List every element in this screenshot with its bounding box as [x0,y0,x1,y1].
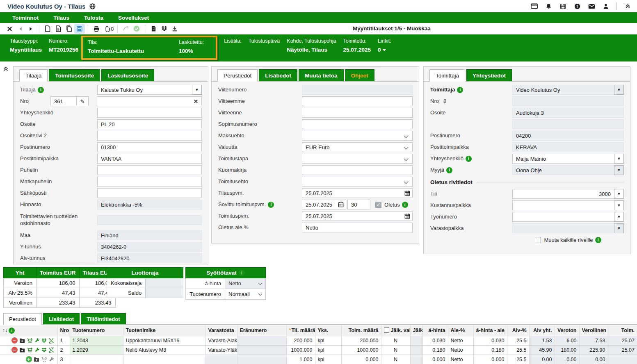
invoice-icon[interactable] [148,24,159,34]
tuotenumero-mode-select[interactable]: Normaali [225,289,265,299]
toimittaja-dropdown-button[interactable]: ▼ [614,85,624,95]
cell-tuotenimike[interactable] [123,355,205,364]
tab-yhteystiedot[interactable]: Yhteystiedot [466,69,512,81]
muuta-kaikille-riveille-checkbox[interactable] [535,237,541,243]
remove-line-icon[interactable]: − [11,347,18,353]
copy-document-icon[interactable] [64,24,74,34]
cell-til-määrä[interactable]: 200.000 [286,336,315,345]
tab-lisatiedot[interactable]: Lisätiedot [259,69,297,81]
dropbox-line-icon[interactable] [41,348,47,353]
cell-varastosta[interactable]: Varasto-Alake [205,336,237,345]
cell-alv[interactable]: 25.5 [507,345,529,355]
tab-muuta-tietoa[interactable]: Muuta tietoa [299,69,344,81]
menu-toiminnot[interactable]: Toiminnot [8,15,49,21]
työnumero-combo-value[interactable] [512,212,614,222]
cell-jälk-val[interactable]: N [381,336,410,345]
print-icon[interactable] [91,24,102,34]
cell-jälk-val[interactable]: N [381,345,410,355]
dropbox-line-icon[interactable] [41,338,47,343]
matkapuhelin-input[interactable] [97,177,202,187]
cell-ale[interactable]: Netto [448,355,473,364]
tilaaja-dropdown-button[interactable]: ▼ [192,85,202,95]
cell-til-määrä[interactable]: 1000.000 [286,345,315,355]
menu-sovellukset[interactable]: Sovellukset [114,15,160,21]
sopimusnumero-input[interactable] [302,119,413,129]
cell-alv[interactable]: 25.5 [507,355,529,364]
save-icon[interactable] [74,24,85,34]
oletus-checkbox[interactable]: ✓ [375,202,381,208]
postinumero-input[interactable]: 01300 [97,142,202,152]
calendar-icon[interactable] [402,188,413,198]
menu-tulosta[interactable]: Tulosta [80,15,114,21]
sähköposti-input[interactable] [97,188,202,198]
tab-laskutusosoite[interactable]: Laskutusosoite [101,69,154,81]
tab-lines-tiliointitiedot[interactable]: Tiliöintitiedot [81,313,126,324]
cell-yks[interactable]: kpl [315,336,341,345]
tab-lines-lisatiedot[interactable]: Lisätiedot [43,313,80,324]
cell-hinta[interactable]: 0.180 [422,345,448,355]
cell-toim-määrä[interactable]: 0.000 [341,355,381,364]
window-icon[interactable] [530,3,538,9]
cell-tuotenumero[interactable] [70,355,123,364]
unlink-line-icon[interactable] [48,338,54,344]
duplicate-line-icon[interactable] [34,357,39,362]
info-icon[interactable]: i [466,156,472,162]
calendar-icon[interactable] [402,211,413,221]
cell-hinta-ale[interactable]: 0.000 [473,355,507,364]
puhelin-input[interactable] [97,165,202,175]
nro-input[interactable]: 361 [50,96,77,106]
kustannuspaikka-combo-value[interactable] [512,200,614,210]
viitteemme-input[interactable] [302,96,413,106]
approve-icon[interactable] [131,24,142,34]
open-document-icon[interactable] [53,24,64,34]
tab-toimittaja[interactable]: Toimittaja [429,69,465,82]
toimitustapa-select[interactable] [302,154,413,164]
collapse-panel-icon[interactable] [2,66,9,73]
maksuehto-select[interactable] [302,131,413,141]
info-icon[interactable]: i [402,202,408,208]
cell-nro[interactable]: 2 [57,345,70,355]
previous-record-icon[interactable] [15,24,25,34]
cell-hinta-ale[interactable]: 0.180 [473,345,507,355]
remove-line-icon[interactable]: − [11,337,18,344]
toimituspvm-date-input[interactable]: 25.07.2025 [302,211,402,221]
help-icon[interactable]: ? [573,3,581,9]
caret-down-icon[interactable] [383,49,386,51]
cell-yks[interactable]: kpl [315,345,341,355]
valuutta-select[interactable]: EUR Euro [302,142,413,152]
tab-toimitusosoite[interactable]: Toimitusosoite [49,69,100,81]
yhteyshenkilö-combo-value[interactable]: Maija Mainio [512,154,614,164]
yhteyshenkilö-dropdown-button[interactable]: ▼ [614,154,624,164]
oletus-ale-input[interactable]: Netto [302,223,413,232]
line-settings-icon[interactable] [49,357,54,362]
user-icon[interactable] [602,3,610,9]
info-icon[interactable]: i [9,328,15,334]
sort-desc-icon[interactable]: ↓ [5,328,7,333]
cell-ale[interactable]: Netto [448,336,473,345]
notifications-bell-icon[interactable] [545,3,552,9]
a-hinta-mode-select[interactable]: Netto [225,278,265,289]
cell-toim-määrä[interactable]: 200.000 [341,336,381,345]
cell-toim-määrä[interactable]: 1000.000 [341,345,381,355]
send-icon[interactable] [121,24,131,34]
cell-hinta[interactable]: 0.030 [422,336,448,345]
cell-varastosta[interactable]: Varasto-Yläke [205,345,237,355]
disk-icon[interactable] [559,3,566,9]
toimitusehto-select[interactable] [302,177,413,187]
product-cart-icon[interactable] [41,357,47,362]
download-icon[interactable] [169,24,180,34]
tab-lines-perustiedot[interactable]: Perustiedot [3,313,42,325]
tab-ohjeet[interactable]: Ohjeet [345,69,374,81]
cell-ale[interactable]: Netto [448,345,473,355]
tab-tilaaja[interactable]: Tilaaja [19,69,48,82]
cell-tuotenumero[interactable]: 1.2029 [70,345,123,355]
info-icon[interactable]: i [268,202,274,208]
tilaaja-combo-value[interactable]: Kaluste Tukku Oy [97,85,192,95]
cell-nro[interactable]: 1 [57,336,70,345]
next-record-icon[interactable] [25,24,36,34]
calendar-icon[interactable] [336,200,346,209]
cell-tuotenimike[interactable]: Neliö Aluslevy M8 [123,345,205,355]
dropbox-icon[interactable] [159,24,169,34]
product-cart-icon[interactable] [27,347,33,353]
myyjä-dropdown-button[interactable]: ▼ [614,165,624,175]
